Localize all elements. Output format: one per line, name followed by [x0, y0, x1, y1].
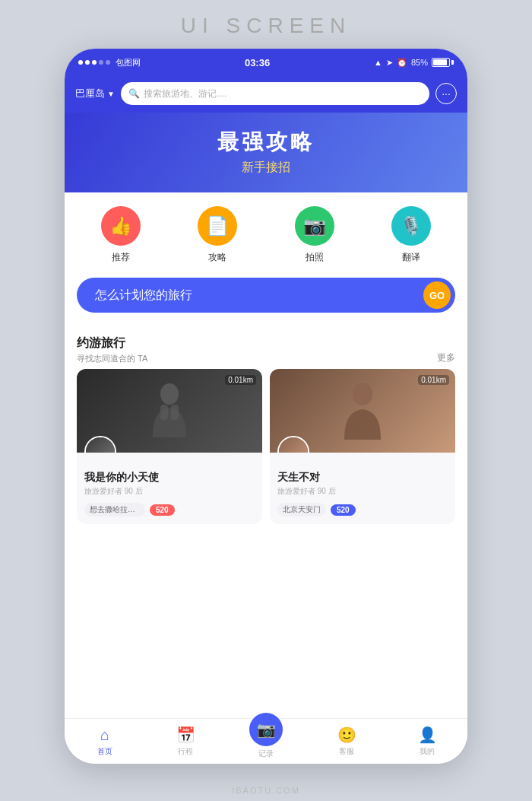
svg-point-3	[353, 383, 372, 405]
home-icon: ⌂	[100, 726, 109, 744]
card-tag-num-2[interactable]: 520	[331, 504, 356, 516]
ibaotu-label: IBAOTU.COM	[232, 786, 300, 795]
battery-bar	[432, 58, 454, 67]
func-label-photo: 拍照	[306, 251, 324, 264]
func-icon-photo: 📷	[295, 206, 334, 246]
func-label-translate: 翻译	[402, 251, 420, 264]
avatar-inner-1	[86, 437, 115, 453]
func-icon-guide: 📄	[198, 206, 237, 246]
nav-label-service: 客服	[339, 746, 354, 757]
hero-banner: 最强攻略 新手接招	[65, 113, 467, 192]
signal-dot-1	[78, 60, 83, 65]
location-button[interactable]: 巴厘岛 ▼	[75, 87, 115, 100]
svg-point-0	[160, 383, 179, 405]
service-icon: 🙂	[337, 726, 356, 744]
ui-screen-label: UI SCREEN	[181, 14, 351, 38]
nav-label-mine: 我的	[420, 746, 435, 757]
func-label-recommend: 推荐	[112, 251, 130, 264]
nav-item-itinerary[interactable]: 📅 行程	[145, 726, 226, 757]
itinerary-icon: 📅	[176, 726, 195, 744]
card-tag-2[interactable]: 北京天安门	[277, 503, 326, 517]
person-silhouette-2	[340, 380, 385, 441]
camera-nav-icon: 📷	[257, 720, 276, 739]
bottom-nav: ⌂ 首页 📅 行程 📷 记录 🙂 客服 👤 我的	[65, 718, 467, 764]
card-body-1: 我是你的小天使 旅游爱好者 90 后 想去撒哈拉沙漠. 520	[77, 453, 262, 517]
search-icon: 🔍	[128, 88, 140, 99]
nav-item-record[interactable]: 📷 记录	[226, 723, 306, 759]
location-label: 巴厘岛	[75, 87, 105, 100]
func-item-translate[interactable]: 🎙️ 翻译	[391, 206, 431, 264]
card-tag-1[interactable]: 想去撒哈拉沙漠.	[84, 503, 145, 517]
hero-title: 最强攻略	[65, 128, 467, 157]
carrier-label: 包图网	[116, 57, 141, 68]
user-card-2[interactable]: 0.01km 天生不对 旅游爱好者 90 后 北京天安门 520	[270, 369, 455, 524]
nav-label-itinerary: 行程	[178, 746, 193, 757]
card-body-2: 天生不对 旅游爱好者 90 后 北京天安门 520	[270, 453, 455, 517]
status-time: 03:36	[245, 57, 270, 68]
func-item-guide[interactable]: 📄 攻略	[198, 206, 237, 264]
card-distance-1: 0.01km	[225, 375, 256, 385]
func-item-photo[interactable]: 📷 拍照	[295, 206, 334, 264]
card-tag-row-2: 北京天安门 520	[277, 503, 448, 517]
card-photo-2: 0.01km	[270, 369, 455, 453]
document-icon: 📄	[206, 215, 229, 237]
person-silhouette-1	[147, 380, 192, 441]
card-photo-1: 0.01km	[77, 369, 262, 453]
card-name-2: 天生不对	[277, 471, 448, 485]
status-bar: 包图网 03:36 ▲ ➤ ⏰ 85%	[65, 49, 467, 76]
card-desc-1: 旅游爱好者 90 后	[84, 486, 255, 497]
nav-label-record: 记录	[258, 749, 274, 759]
avatar-inner-2	[279, 437, 308, 453]
nav-item-home[interactable]: ⌂ 首页	[65, 726, 145, 757]
location-icon: ➤	[386, 58, 393, 68]
signal-dot-3	[92, 60, 97, 65]
signal-dot-2	[85, 60, 90, 65]
thumbs-up-icon: 👍	[109, 215, 132, 237]
battery-fill	[433, 59, 447, 65]
func-label-guide: 攻略	[208, 251, 226, 264]
alarm-icon: ⏰	[397, 58, 407, 68]
mic-icon: 🎙️	[400, 215, 423, 237]
card-name-1: 我是你的小天使	[84, 471, 255, 485]
search-box[interactable]: 🔍 搜索旅游地、游记....	[121, 82, 429, 105]
hero-subtitle: 新手接招	[65, 160, 467, 176]
plan-text: 怎么计划您的旅行	[95, 288, 192, 304]
function-row: 👍 推荐 📄 攻略 📷 拍照 🎙️ 翻译	[65, 192, 467, 272]
section-header: 约游旅行 寻找志同道合的 TA 更多	[65, 326, 467, 369]
wifi-icon: ▲	[374, 58, 382, 67]
camera-icon: 📷	[303, 215, 326, 237]
svg-rect-1	[160, 405, 168, 420]
card-distance-2: 0.01km	[418, 375, 449, 385]
nav-item-mine[interactable]: 👤 我的	[387, 726, 467, 757]
battery-rect	[432, 58, 450, 67]
user-card-1[interactable]: 0.01km 我是你的小天使 旅游爱好者 90 后 想去撒哈拉沙漠. 520	[77, 369, 262, 524]
card-desc-2: 旅游爱好者 90 后	[277, 486, 448, 497]
status-right: ▲ ➤ ⏰ 85%	[374, 58, 454, 68]
search-placeholder: 搜索旅游地、游记....	[144, 87, 226, 100]
func-icon-translate: 🎙️	[391, 206, 431, 246]
nav-label-home: 首页	[97, 746, 112, 757]
section-title-block: 约游旅行 寻找志同道合的 TA	[77, 335, 147, 364]
go-button[interactable]: GO	[423, 281, 451, 309]
card-tag-num-1[interactable]: 520	[150, 504, 175, 516]
section-more-button[interactable]: 更多	[437, 351, 455, 364]
section-title: 约游旅行	[77, 335, 147, 351]
header-bar: 巴厘岛 ▼ 🔍 搜索旅游地、游记.... ···	[65, 76, 467, 113]
record-camera-icon: 📷	[249, 713, 283, 746]
nav-item-service[interactable]: 🙂 客服	[306, 726, 387, 757]
func-item-recommend[interactable]: 👍 推荐	[101, 206, 141, 264]
plan-inner[interactable]: 怎么计划您的旅行 GO	[77, 278, 455, 313]
battery-percent: 85%	[411, 58, 428, 67]
chevron-down-icon: ▼	[107, 90, 115, 98]
signal-dot-5	[106, 60, 110, 65]
phone-frame: 包图网 03:36 ▲ ➤ ⏰ 85% 巴厘岛 ▼ 🔍 搜索旅游地、游记....	[65, 49, 467, 764]
section-subtitle: 寻找志同道合的 TA	[77, 353, 147, 364]
signal-dot-4	[99, 60, 103, 65]
more-button[interactable]: ···	[435, 83, 457, 104]
func-icon-recommend: 👍	[101, 206, 141, 246]
more-icon: ···	[442, 87, 451, 100]
battery-tip	[451, 60, 454, 65]
cards-row: 0.01km 我是你的小天使 旅游爱好者 90 后 想去撒哈拉沙漠. 520	[65, 369, 467, 535]
card-tag-row-1: 想去撒哈拉沙漠. 520	[84, 503, 255, 517]
mine-icon: 👤	[418, 726, 437, 744]
